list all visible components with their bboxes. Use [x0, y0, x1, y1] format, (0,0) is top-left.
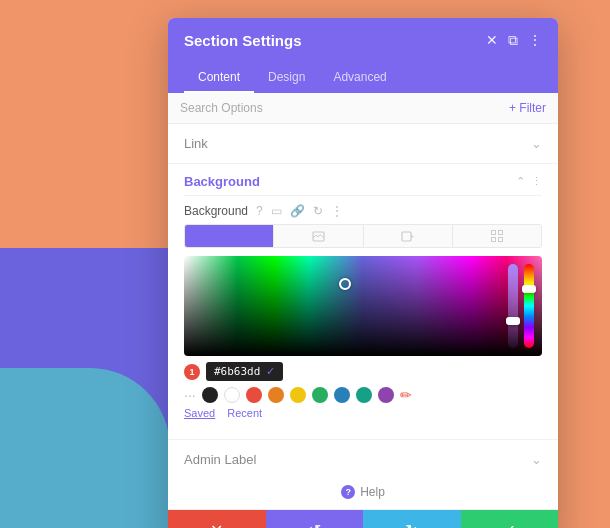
bg-teal	[0, 368, 170, 528]
bg-undo-icon[interactable]: ↻	[313, 204, 323, 218]
swatch-white[interactable]	[224, 387, 240, 403]
admin-label-row[interactable]: Admin Label ⌄	[168, 439, 558, 479]
link-label: Link	[184, 136, 208, 151]
svg-rect-6	[498, 238, 502, 242]
more-swatches-icon[interactable]: ···	[184, 387, 196, 403]
bg-device-icon[interactable]: ▭	[271, 204, 282, 218]
bg-type-video[interactable]	[364, 225, 453, 247]
tab-advanced[interactable]: Advanced	[319, 63, 400, 93]
saved-button[interactable]: Saved	[184, 407, 215, 419]
bg-type-tabs	[184, 224, 542, 248]
svg-point-0	[224, 231, 234, 241]
hex-input-row: 1 #6b63dd ✓	[184, 362, 542, 381]
help-label[interactable]: Help	[360, 485, 385, 499]
modal-header-icons: ✕ ⧉ ⋮	[486, 32, 542, 49]
swatch-green[interactable]	[312, 387, 328, 403]
color-gradient	[184, 256, 542, 356]
bg-type-image[interactable]	[274, 225, 363, 247]
hue-slider-track[interactable]	[524, 264, 534, 348]
background-title: Background	[184, 174, 260, 189]
close-icon[interactable]: ✕	[486, 32, 498, 49]
background-label: Background	[184, 204, 248, 218]
help-icon: ?	[341, 485, 355, 499]
svg-rect-3	[491, 231, 495, 235]
edit-swatch-icon[interactable]: ✏	[400, 387, 412, 403]
reset-button[interactable]: ↺	[266, 510, 364, 528]
hue-slider-thumb[interactable]	[522, 285, 536, 293]
filter-button[interactable]: + Filter	[509, 101, 546, 115]
redo-button[interactable]: ↻	[363, 510, 461, 528]
cancel-button[interactable]: ✕	[168, 510, 266, 528]
background-more-icon[interactable]: ⋮	[531, 175, 542, 188]
picker-cursor	[339, 278, 351, 290]
bg-type-pattern[interactable]	[453, 225, 541, 247]
hex-input-wrapper[interactable]: #6b63dd ✓	[206, 362, 283, 381]
swatch-orange[interactable]	[268, 387, 284, 403]
hex-confirm-icon[interactable]: ✓	[266, 365, 275, 378]
swatch-black[interactable]	[202, 387, 218, 403]
bg-link-icon[interactable]: 🔗	[290, 204, 305, 218]
bg-dots-icon[interactable]: ⋮	[331, 204, 343, 218]
modal-footer: ✕ ↺ ↻ ✓	[168, 509, 558, 528]
modal-body: Link ⌄ Background ⌃ ⋮ Background ? ▭ 🔗 ↻…	[168, 124, 558, 509]
swatches-row: ··· ✏	[184, 387, 542, 403]
duplicate-icon[interactable]: ⧉	[508, 32, 518, 49]
tab-content[interactable]: Content	[184, 63, 254, 93]
saved-recent-row: Saved Recent	[184, 407, 542, 419]
svg-rect-5	[491, 238, 495, 242]
color-index-badge: 1	[184, 364, 200, 380]
swatch-purple[interactable]	[378, 387, 394, 403]
link-chevron-icon: ⌄	[531, 136, 542, 151]
swatch-red[interactable]	[246, 387, 262, 403]
alpha-slider-track[interactable]	[508, 264, 518, 348]
admin-label-chevron-icon: ⌄	[531, 452, 542, 467]
link-section-row[interactable]: Link ⌄	[168, 124, 558, 164]
search-bar: Search Options + Filter	[168, 93, 558, 124]
tab-design[interactable]: Design	[254, 63, 319, 93]
admin-label-text: Admin Label	[184, 452, 256, 467]
modal-tabs: Content Design Advanced	[168, 63, 558, 93]
search-placeholder: Search Options	[180, 101, 263, 115]
color-picker-canvas[interactable]	[184, 256, 542, 356]
background-section: Background ⌃ ⋮ Background ? ▭ 🔗 ↻ ⋮	[168, 164, 558, 439]
bg-help-icon[interactable]: ?	[256, 204, 263, 218]
modal-header: Section Settings ✕ ⧉ ⋮	[168, 18, 558, 63]
save-button[interactable]: ✓	[461, 510, 559, 528]
recent-button[interactable]: Recent	[227, 407, 262, 419]
more-icon[interactable]: ⋮	[528, 32, 542, 49]
swatch-blue[interactable]	[334, 387, 350, 403]
section-settings-modal: Section Settings ✕ ⧉ ⋮ Content Design Ad…	[168, 18, 558, 528]
alpha-slider-thumb[interactable]	[506, 317, 520, 325]
help-row: ? Help	[168, 479, 558, 509]
svg-rect-2	[402, 232, 411, 241]
background-collapse-icon[interactable]: ⌃	[516, 175, 525, 188]
bg-controls-row: Background ? ▭ 🔗 ↻ ⋮	[184, 204, 542, 218]
hex-value: #6b63dd	[214, 365, 260, 378]
background-header: Background ⌃ ⋮	[184, 164, 542, 196]
modal-title: Section Settings	[184, 32, 302, 49]
background-header-right: ⌃ ⋮	[516, 175, 542, 188]
svg-rect-4	[498, 231, 502, 235]
swatch-yellow[interactable]	[290, 387, 306, 403]
bg-type-color[interactable]	[185, 225, 274, 247]
swatch-teal[interactable]	[356, 387, 372, 403]
